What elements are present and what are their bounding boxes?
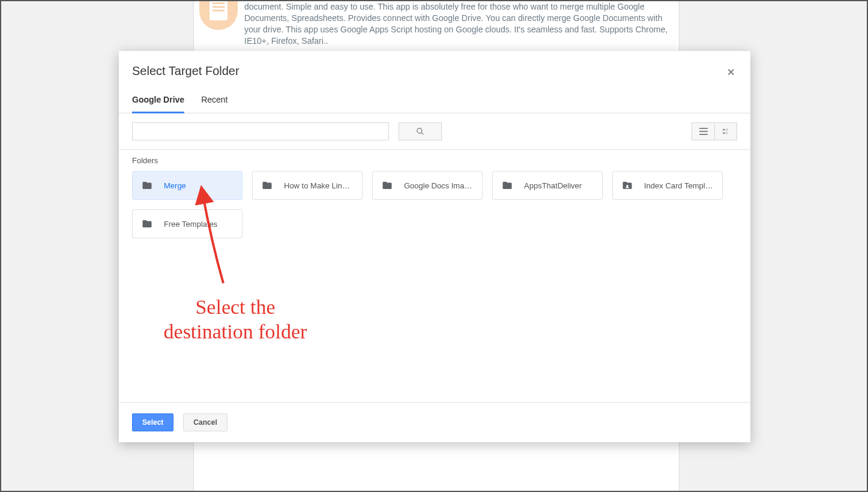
- folder-label: Google Docs Imag…: [404, 181, 474, 190]
- close-button[interactable]: ✕: [722, 64, 740, 80]
- folder-item[interactable]: Free Templates: [132, 209, 243, 238]
- dialog-header: Select Target Folder ✕: [119, 51, 750, 89]
- tab-recent[interactable]: Recent: [201, 89, 228, 113]
- search-input[interactable]: [132, 122, 389, 140]
- folder-item[interactable]: Google Docs Imag…: [372, 171, 483, 200]
- folder-icon: [501, 180, 513, 191]
- dialog-body: Folders MergeHow to Make Line…Google Doc…: [119, 150, 750, 402]
- search-icon: [416, 127, 424, 136]
- background-description: document. Simple and easy to use. This a…: [244, 1, 671, 47]
- svg-line-1: [421, 133, 424, 135]
- select-button[interactable]: Select: [132, 413, 173, 431]
- svg-rect-4: [699, 134, 708, 135]
- svg-text:Z: Z: [726, 132, 728, 135]
- dialog-footer: Select Cancel: [119, 402, 750, 442]
- tab-google-drive[interactable]: Google Drive: [132, 89, 184, 113]
- folder-label: AppsThatDeliver: [524, 181, 582, 190]
- folder-item[interactable]: Merge: [132, 171, 243, 200]
- select-target-folder-dialog: Select Target Folder ✕ Google Drive Rece…: [119, 51, 750, 442]
- sort-az-icon: A Z: [722, 127, 730, 136]
- folder-label: Merge: [164, 181, 186, 190]
- view-controls: A Z: [692, 122, 737, 140]
- close-icon: ✕: [727, 67, 735, 77]
- list-view-button[interactable]: [692, 122, 714, 140]
- folder-item[interactable]: How to Make Line…: [252, 171, 363, 200]
- tabs: Google Drive Recent: [119, 89, 750, 113]
- folders-section-label: Folders: [119, 150, 750, 171]
- folder-label: Free Templates: [164, 220, 217, 229]
- folder-label: How to Make Line…: [284, 181, 354, 190]
- svg-point-0: [417, 128, 422, 133]
- search-bar-row: A Z: [119, 113, 750, 150]
- folder-grid: MergeHow to Make Line…Google Docs Imag…A…: [119, 171, 750, 238]
- svg-rect-3: [699, 131, 708, 132]
- folder-label: Index Card Templ…: [644, 181, 713, 190]
- svg-point-7: [626, 185, 628, 187]
- svg-rect-2: [699, 128, 708, 129]
- svg-text:A: A: [726, 128, 729, 131]
- shared-folder-icon: [621, 180, 633, 191]
- folder-icon: [381, 180, 393, 191]
- folder-icon: [141, 218, 153, 229]
- folder-icon: [141, 180, 153, 191]
- dialog-title: Select Target Folder: [132, 64, 737, 78]
- cancel-button[interactable]: Cancel: [183, 413, 227, 431]
- search-button[interactable]: [399, 122, 442, 140]
- folder-item[interactable]: AppsThatDeliver: [492, 171, 603, 200]
- list-icon: [699, 128, 708, 135]
- folder-item[interactable]: Index Card Templ…: [612, 171, 723, 200]
- sort-button[interactable]: A Z: [714, 122, 737, 140]
- folder-icon: [261, 180, 273, 191]
